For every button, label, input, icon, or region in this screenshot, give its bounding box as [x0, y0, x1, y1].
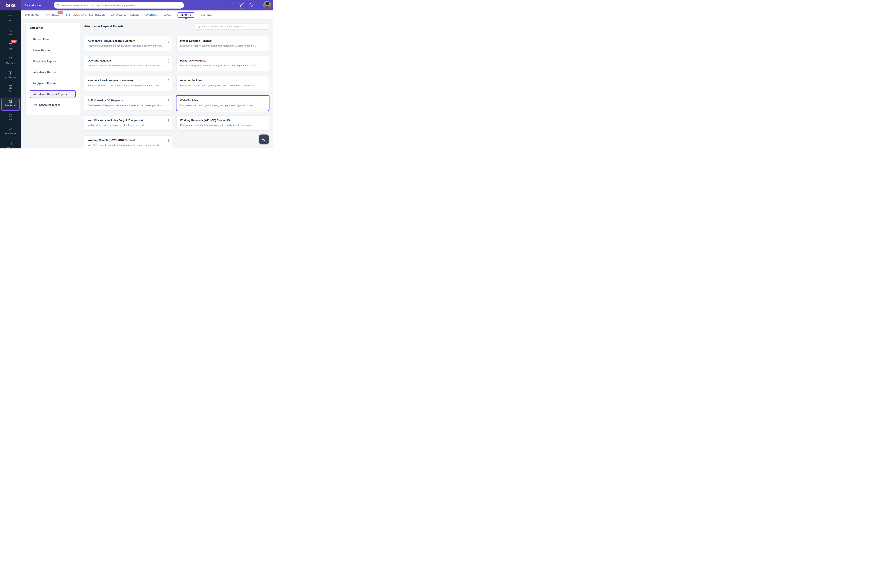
sidebar-item-me[interactable]: Me — [0, 27, 21, 41]
card-description: Employees' location punches along with c… — [180, 45, 260, 47]
sidebar-item-label: My Team — [6, 62, 15, 64]
module-tabbar: DASHBOARD APPROVALS 108 SHIFTS/WEEKLY OF… — [21, 10, 273, 19]
sidebar-item-my-team[interactable]: My Team — [0, 55, 21, 69]
kebab-menu-icon[interactable] — [168, 99, 169, 103]
sidebar-item-label: Hire — [9, 118, 12, 120]
avatar[interactable] — [263, 1, 271, 9]
rocket-ring — [238, 2, 245, 9]
tab-shifts-weekly-offs-holidays[interactable]: SHIFTS/WEEKLY OFFS & HOLIDAYS — [66, 14, 105, 16]
gear-icon[interactable] — [248, 3, 253, 7]
sidebar-item-label: Org — [9, 90, 12, 92]
logo-spark-icon — [21, 0, 23, 1]
card-description: Attendance adjustment and regularization… — [88, 45, 163, 47]
sidebar-item-performance[interactable]: Performance — [0, 126, 21, 139]
kebab-menu-icon[interactable] — [264, 99, 266, 103]
kebab-menu-icon[interactable] — [168, 59, 169, 63]
tab-leave[interactable]: LEAVE — [164, 14, 171, 16]
report-cards-grid: Attendance Regularizations Summary Atten… — [84, 36, 269, 148]
sidebar-item-time-attend[interactable]: Time Attend — [0, 97, 21, 111]
scheduled-reports-label: Scheduled reports — [39, 103, 60, 106]
card-description: Web clock-ins done by employees for the … — [88, 124, 163, 127]
card-title: Overtime Requests — [88, 59, 163, 62]
sidebar-item-label: Home — [7, 19, 13, 22]
card-description: Employees' web punch (In/Out) along with… — [180, 104, 260, 107]
card-title: Partial Day Requests — [180, 59, 260, 62]
dollar-icon — [8, 71, 12, 75]
categories-panel: Categories Reports Home Leave Reports Pu… — [25, 23, 80, 115]
card-title: Working Remotely (WFH/OD) Clock-In/Out — [180, 119, 260, 121]
scheduled-reports-link[interactable]: Scheduled reports — [30, 100, 76, 109]
sidebar-item-home[interactable]: Home — [0, 12, 21, 27]
trending-up-icon — [8, 127, 12, 132]
report-card-remote-clock-in-requests-summary[interactable]: Remote Clock-in Requests Summary Remote … — [84, 76, 172, 91]
inbox-icon — [8, 42, 12, 47]
tab-overtime[interactable]: OVERTIME — [145, 14, 157, 16]
tab-settings[interactable]: SETTINGS — [201, 14, 213, 16]
report-card-web-clock-ins[interactable]: Web Clock-ins Employees' web punch (In/O… — [177, 96, 269, 111]
card-title: Working Remotely (WFH/OD) Requests — [88, 139, 163, 141]
approvals-badge: 108 — [57, 11, 63, 14]
tab-approvals[interactable]: APPROVALS 108 — [46, 14, 60, 16]
category-reports-home[interactable]: Reports Home — [30, 34, 76, 45]
tab-reports[interactable]: REPORTS — [178, 12, 195, 18]
rocket-alert-dot — [242, 3, 244, 4]
category-leave-reports[interactable]: Leave Reports — [30, 45, 76, 56]
kebab-menu-icon[interactable] — [264, 39, 266, 43]
sidebar: Home Me 218 Inbox My Team My Finances — [0, 10, 21, 148]
category-negligence-reports[interactable]: Negligence Reports — [30, 78, 76, 89]
keka-app-window: keka Darksiders Inc — [0, 0, 273, 154]
card-title: Mobile Location Punches — [180, 39, 260, 42]
kebab-menu-icon[interactable] — [168, 79, 169, 83]
sidebar-item-my-finances[interactable]: My Finances — [0, 69, 21, 83]
sidebar-active-outline — [1, 98, 20, 111]
kebab-menu-icon[interactable] — [168, 39, 169, 43]
report-card-attendance-regularizations-summary[interactable]: Attendance Regularizations Summary Atten… — [84, 36, 172, 51]
user-icon — [8, 28, 12, 33]
kebab-menu-icon[interactable] — [264, 118, 266, 123]
calendar-icon — [34, 103, 37, 106]
card-description: WFH/OD requests made by employees for th… — [88, 144, 163, 147]
kebab-menu-icon[interactable] — [168, 118, 169, 123]
card-description: Shift/Weekly Off requests made by employ… — [88, 104, 163, 107]
global-search-input[interactable] — [61, 4, 181, 7]
sidebar-item-org[interactable]: Org — [0, 83, 21, 97]
report-card-wfh-od-clock-in-out[interactable]: Working Remotely (WFH/OD) Clock-In/Out E… — [177, 115, 269, 130]
home-icon — [8, 14, 12, 18]
rocket-icon[interactable] — [239, 3, 243, 7]
report-card-overtime-requests[interactable]: Overtime Requests Overtime requests made… — [84, 56, 172, 71]
card-description: Overtime requests made by employees for … — [88, 64, 163, 67]
kebab-menu-icon[interactable] — [264, 79, 266, 83]
kebab-menu-icon[interactable] — [264, 59, 266, 63]
category-punctuality-reports[interactable]: Punctuality Reports — [30, 56, 76, 67]
magic-wand-icon — [261, 137, 266, 142]
card-description: Partial Day requests made by employees f… — [180, 64, 260, 67]
global-search[interactable] — [54, 2, 184, 9]
company-name: Darksiders Inc — [24, 4, 42, 7]
card-description: Employees' clock-in/out timings along wi… — [180, 124, 260, 127]
tab-dashboard[interactable]: DASHBOARD — [25, 14, 39, 16]
category-attendance-request-reports[interactable]: Attendance Request Reports — [30, 90, 76, 98]
tab-attendance-tracking[interactable]: ATTENDANCE TRACKING — [111, 14, 139, 16]
report-card-shift-weekly-off-requests[interactable]: Shift & Weekly Off Requests Shift/Weekly… — [84, 96, 172, 111]
sidebar-item-hire[interactable]: Hire — [0, 111, 21, 126]
sidebar-item-inbox[interactable]: 218 Inbox — [0, 41, 21, 55]
card-description: Employees' remote punch (In/Out) along w… — [180, 84, 260, 87]
ai-assistant-fab[interactable] — [259, 135, 269, 144]
topbar-actions — [230, 0, 271, 10]
kebab-menu-icon[interactable] — [168, 138, 169, 142]
report-card-remote-clock-ins[interactable]: Remote Clock-ins Employees' remote punch… — [177, 76, 269, 91]
keka-logo[interactable]: keka — [0, 0, 21, 10]
reports-search[interactable] — [195, 24, 268, 30]
card-description: Remote clock-ins & outs requests made by… — [88, 84, 163, 87]
report-card-mobile-location-punches[interactable]: Mobile Location Punches Employees' locat… — [177, 36, 269, 51]
search-icon — [198, 25, 200, 28]
sidebar-item-project[interactable]: Project — [0, 139, 21, 154]
team-icon — [8, 57, 12, 61]
reports-search-input[interactable] — [202, 25, 266, 28]
bell-icon[interactable] — [230, 3, 234, 7]
card-title: Web Clock-ins (includes Forgot ID reques… — [88, 119, 163, 121]
report-card-web-clock-ins-forgot-id[interactable]: Web Clock-ins (includes Forgot ID reques… — [84, 115, 172, 130]
category-attendance-reports[interactable]: Attendance Reports — [30, 67, 76, 78]
report-card-partial-day-requests[interactable]: Partial Day Requests Partial Day request… — [177, 56, 269, 71]
report-card-wfh-od-requests[interactable]: Working Remotely (WFH/OD) Requests WFH/O… — [84, 135, 172, 148]
